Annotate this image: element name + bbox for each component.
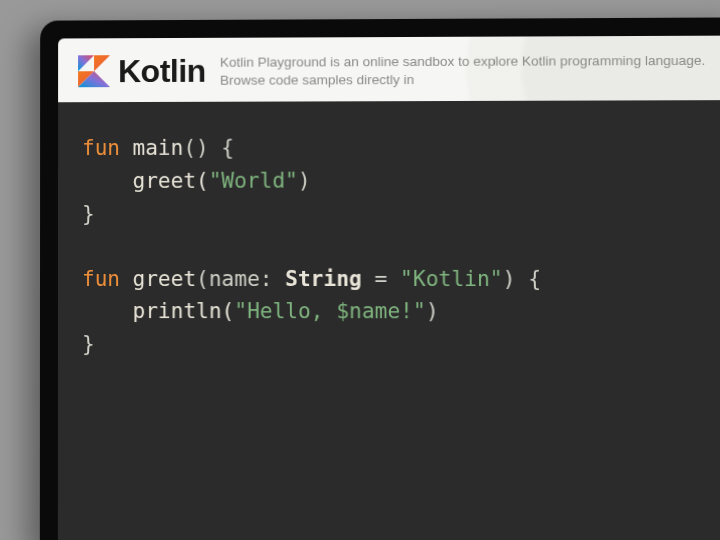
- header-bar: Kotlin Kotlin Playground is an online sa…: [58, 36, 720, 103]
- call-println: println(: [133, 299, 235, 323]
- fn-main: main: [120, 136, 183, 160]
- device-frame: Kotlin Kotlin Playground is an online sa…: [40, 17, 720, 540]
- keyword-fun: fun: [82, 136, 120, 160]
- fn-greet: greet: [120, 267, 196, 291]
- svg-marker-0: [78, 55, 94, 71]
- brace-close: }: [82, 332, 95, 356]
- paren-close: ): [426, 299, 439, 323]
- call-greet: greet(: [133, 169, 209, 193]
- equals: =: [362, 267, 400, 291]
- indent: [82, 299, 133, 323]
- tagline-text: Kotlin Playground is an online sandbox t…: [220, 50, 720, 90]
- paren-close-brace: ) {: [503, 266, 542, 290]
- brand-block[interactable]: Kotlin: [78, 53, 206, 90]
- string-kotlin: "Kotlin": [400, 266, 503, 290]
- string-hello: "Hello, $name!": [234, 299, 426, 323]
- punct: ): [298, 169, 311, 193]
- indent: [82, 169, 133, 193]
- param-name: name:: [209, 267, 285, 291]
- punct: () {: [183, 136, 234, 160]
- brace-close: }: [82, 202, 95, 226]
- paren-open: (: [196, 267, 209, 291]
- string-world: "World": [209, 169, 298, 193]
- screen: Kotlin Kotlin Playground is an online sa…: [58, 36, 720, 540]
- kotlin-logo-icon: [78, 55, 110, 87]
- keyword-fun: fun: [82, 267, 120, 291]
- product-name: Kotlin: [118, 53, 206, 90]
- type-string: String: [285, 267, 362, 291]
- code-editor[interactable]: fun main() { greet("World") } fun greet(…: [58, 101, 720, 392]
